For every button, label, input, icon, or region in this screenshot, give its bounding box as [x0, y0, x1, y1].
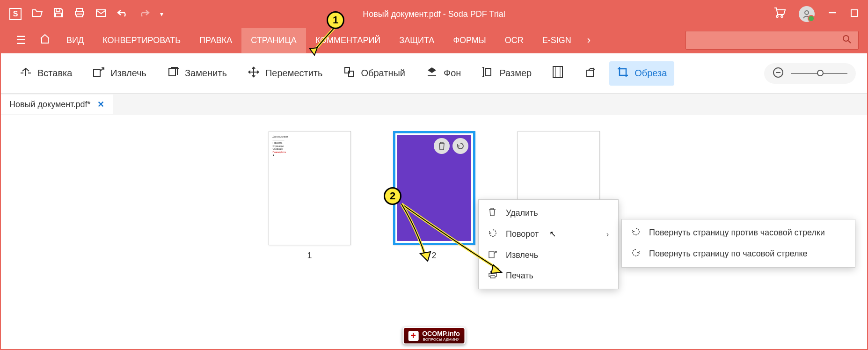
undo-icon[interactable] [117, 8, 128, 20]
menu-view[interactable]: ВИД [57, 28, 93, 53]
tool-reverse-label: Обратный [361, 68, 405, 79]
ctx-delete-label: Удалить [506, 208, 538, 218]
zoom-control[interactable] [764, 63, 856, 84]
ctx-delete[interactable]: Удалить [479, 203, 618, 224]
menu-comment[interactable]: КОММЕНТАРИЙ [306, 28, 390, 53]
svg-rect-11 [485, 68, 491, 76]
save-icon[interactable] [53, 7, 64, 21]
menu-edit[interactable]: ПРАВКА [190, 28, 241, 53]
menu-protect[interactable]: ЗАЩИТА [390, 28, 444, 53]
cart-icon[interactable] [773, 7, 786, 21]
page-1-thumb[interactable]: Дата выслали—————ГордостьСтраницыСборщик… [269, 131, 351, 245]
page-thumbnails: Дата выслали—————ГордостьСтраницыСборщик… [1, 115, 867, 349]
tool-background-label: Фон [444, 68, 461, 79]
page-2-thumb[interactable] [393, 131, 475, 245]
ctx-rotate[interactable]: Поворот › [479, 224, 618, 245]
home-icon[interactable] [33, 34, 57, 47]
context-menu: Удалить Поворот › Извлечь Печать [478, 199, 619, 289]
rotate-submenu: Повернуть страницу против часовой стрелк… [621, 219, 855, 268]
replace-icon [167, 66, 179, 80]
submenu-rotate-cw[interactable]: Повернуть страницу по часовой стрелке [622, 243, 855, 264]
title-bar: S ▾ Новый документ.pdf - Soda PDF Trial [1, 1, 867, 27]
print-ctx-icon [488, 270, 498, 281]
callout-1: 1 [327, 11, 344, 29]
tool-move-label: Переместить [265, 68, 323, 79]
watermark-plus-icon: + [408, 331, 418, 341]
app-logo[interactable]: S [9, 8, 22, 20]
tab-close-icon[interactable]: ✕ [97, 99, 104, 109]
tool-crop-label: Обреза [635, 68, 667, 79]
margins-icon [552, 66, 563, 81]
tool-margins[interactable] [545, 61, 571, 86]
svg-rect-15 [587, 70, 593, 77]
page-delete-button[interactable] [434, 138, 450, 154]
svg-rect-6 [94, 69, 100, 77]
watermark: + OCOMP.info ВОПРОСЫ АДМИНУ [402, 327, 466, 344]
callout-2-number: 2 [384, 187, 401, 205]
dropdown-icon[interactable]: ▾ [160, 10, 163, 18]
tool-reverse[interactable]: Обратный [336, 62, 413, 85]
user-avatar[interactable] [799, 6, 815, 22]
tool-extract[interactable]: Извлечь [85, 62, 154, 85]
chevron-right-icon[interactable]: › [581, 34, 597, 46]
svg-line-5 [848, 41, 851, 43]
submenu-rotate-ccw-label: Повернуть страницу против часовой стрелк… [649, 228, 825, 238]
hamburger-icon[interactable]: ☰ [9, 34, 33, 47]
menu-bar: ☰ ВИД КОНВЕРТИРОВАТЬ ПРАВКА СТРАНИЦА КОМ… [1, 27, 867, 53]
watermark-sub: ВОПРОСЫ АДМИНУ [422, 337, 460, 342]
extract-icon [93, 66, 105, 80]
menu-convert[interactable]: КОНВЕРТИРОВАТЬ [93, 28, 190, 53]
tool-background[interactable]: Фон [418, 62, 468, 85]
page-1-number: 1 [307, 251, 312, 261]
tool-move[interactable]: Переместить [240, 61, 330, 86]
document-tab[interactable]: Новый документ.pdf* ✕ [1, 95, 113, 114]
tool-crop[interactable]: Обреза [609, 61, 674, 86]
page-rotate-button[interactable] [452, 138, 468, 154]
callout-2: 2 [384, 187, 401, 205]
zoom-handle[interactable] [817, 70, 824, 76]
page-2-number: 2 [431, 251, 436, 261]
ctx-print[interactable]: Печать [479, 266, 618, 286]
delete-icon [488, 207, 498, 219]
rotate-cw-sub-icon [631, 248, 642, 260]
ctx-extract-label: Извлечь [506, 250, 538, 260]
zoom-slider[interactable] [791, 73, 847, 74]
tool-size[interactable]: Размер [474, 62, 539, 85]
tool-replace[interactable]: Заменить [160, 62, 234, 85]
title-bar-right [773, 6, 859, 22]
menu-forms[interactable]: ФОРМЫ [444, 28, 495, 53]
svg-rect-12 [553, 66, 562, 78]
ctx-print-label: Печать [506, 271, 533, 281]
open-icon[interactable] [32, 8, 43, 20]
page-2-wrap: 2 [393, 131, 475, 261]
search-box[interactable] [686, 31, 859, 50]
ctx-extract[interactable]: Извлечь [479, 245, 618, 266]
submenu-rotate-ccw[interactable]: Повернуть страницу против часовой стрелк… [622, 222, 855, 243]
menu-ocr[interactable]: OCR [496, 28, 533, 53]
tab-bar: Новый документ.pdf* ✕ [1, 94, 867, 115]
zoom-out-icon[interactable] [773, 67, 784, 80]
rotate-ccw-sub-icon [631, 227, 642, 239]
tool-size-label: Размер [499, 68, 532, 79]
watermark-main: OCOMP.info [422, 330, 460, 337]
mouse-cursor-icon: ↖ [549, 229, 556, 239]
svg-point-1 [805, 11, 809, 15]
maximize-icon[interactable] [850, 8, 859, 20]
menu-page[interactable]: СТРАНИЦА [241, 28, 306, 53]
tool-replace-label: Заменить [185, 68, 227, 79]
redo-icon[interactable] [139, 8, 150, 20]
print-icon[interactable] [74, 7, 85, 21]
tool-insert[interactable]: Вставка [12, 62, 80, 85]
page-toolbar: Вставка Извлечь Заменить Переместить Обр… [1, 53, 867, 94]
rotate-ccw-icon [488, 228, 498, 240]
ctx-rotate-label: Поворот [506, 229, 539, 239]
extract-ctx-icon [488, 249, 498, 261]
callout-1-number: 1 [327, 11, 344, 29]
mail-icon[interactable] [95, 8, 107, 20]
minimize-icon[interactable] [828, 8, 837, 20]
tool-rotate[interactable] [576, 62, 604, 85]
reverse-icon [343, 66, 355, 80]
svg-point-4 [843, 36, 849, 41]
menu-esign[interactable]: E-SIGN [533, 28, 581, 53]
svg-rect-18 [489, 252, 494, 258]
